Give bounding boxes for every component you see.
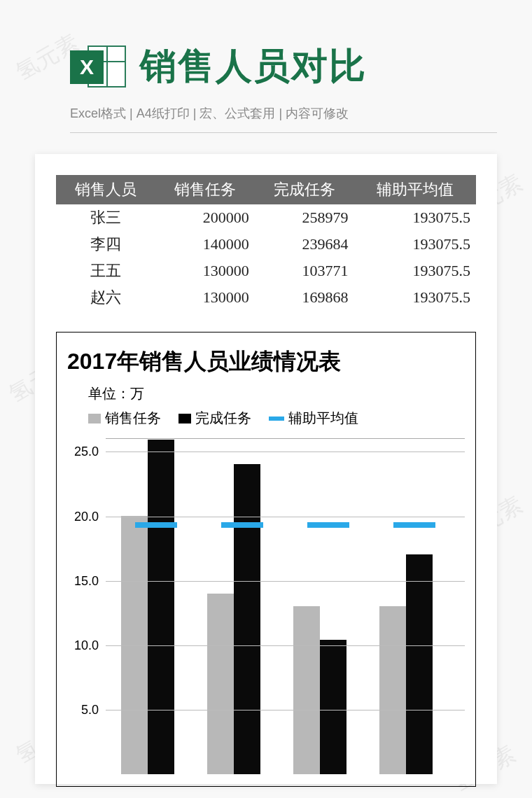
header: X 销售人员对比 xyxy=(0,0,532,105)
cell-name: 赵六 xyxy=(56,284,155,311)
cell-task: 130000 xyxy=(155,284,255,311)
data-table: 销售人员 销售任务 完成任务 辅助平均值 张三 200000 258979 19… xyxy=(56,175,476,311)
avg-marker xyxy=(307,522,349,528)
legend-item: 辅助平均值 xyxy=(269,409,358,428)
avg-marker xyxy=(393,522,435,528)
y-tick-label: 15.0 xyxy=(74,573,99,588)
document-preview: 销售人员 销售任务 完成任务 辅助平均值 张三 200000 258979 19… xyxy=(35,154,497,784)
table-row: 张三 200000 258979 193075.5 xyxy=(56,204,476,231)
bar-sales-task xyxy=(207,594,234,774)
bar-group xyxy=(293,606,363,774)
cell-done: 169868 xyxy=(255,284,354,311)
avg-marker xyxy=(221,522,263,528)
cell-name: 王五 xyxy=(56,258,155,284)
avg-marker xyxy=(135,522,177,528)
cell-task: 140000 xyxy=(155,231,255,258)
gridline xyxy=(106,581,465,582)
subtitle: Excel格式 | A4纸打印 | 宏、公式套用 | 内容可修改 xyxy=(0,105,532,132)
cell-avg: 193075.5 xyxy=(354,284,476,311)
bars-area xyxy=(106,439,465,774)
cell-avg: 193075.5 xyxy=(354,231,476,258)
bar-completed xyxy=(320,640,346,774)
y-tick-label: 10.0 xyxy=(74,638,99,652)
col-header: 销售人员 xyxy=(56,175,155,204)
divider xyxy=(70,132,497,133)
bar-completed xyxy=(406,554,433,774)
bar-group xyxy=(379,554,449,774)
cell-done: 239684 xyxy=(255,231,354,258)
cell-done: 258979 xyxy=(255,204,354,231)
table-row: 赵六 130000 169868 193075.5 xyxy=(56,284,476,311)
y-tick-label: 20.0 xyxy=(74,509,99,524)
y-axis: 5.010.015.020.025.0 xyxy=(67,439,102,774)
y-tick-label: 25.0 xyxy=(74,444,99,459)
y-tick-label: 5.0 xyxy=(81,702,99,717)
plot-area: 5.010.015.020.025.0 xyxy=(106,438,465,774)
legend-label: 辅助平均值 xyxy=(288,409,358,428)
bar-sales-task xyxy=(293,606,320,774)
cell-task: 130000 xyxy=(155,258,255,284)
bar-completed xyxy=(234,464,260,774)
bar-completed xyxy=(148,440,174,774)
col-header: 完成任务 xyxy=(255,175,354,204)
chart: 2017年销售人员业绩情况表 单位：万 销售任务 完成任务 辅助平均值 5.01… xyxy=(56,332,476,787)
cell-avg: 193075.5 xyxy=(354,258,476,284)
bar-sales-task xyxy=(379,606,406,774)
table-row: 李四 140000 239684 193075.5 xyxy=(56,231,476,258)
gridline xyxy=(106,451,465,452)
gridline xyxy=(106,710,465,710)
bar-group xyxy=(207,464,277,774)
cell-name: 李四 xyxy=(56,231,155,258)
chart-legend: 销售任务 完成任务 辅助平均值 xyxy=(88,409,465,428)
table-header-row: 销售人员 销售任务 完成任务 辅助平均值 xyxy=(56,175,476,204)
legend-line-icon xyxy=(269,416,284,421)
col-header: 销售任务 xyxy=(155,175,255,204)
gridline xyxy=(106,517,465,517)
gridline xyxy=(106,645,465,646)
legend-label: 完成任务 xyxy=(195,409,251,428)
cell-name: 张三 xyxy=(56,204,155,231)
col-header: 辅助平均值 xyxy=(354,175,476,204)
legend-item: 完成任务 xyxy=(178,409,251,428)
legend-swatch-icon xyxy=(88,414,101,424)
bar-group xyxy=(121,440,191,774)
cell-avg: 193075.5 xyxy=(354,204,476,231)
table-row: 王五 130000 103771 193075.5 xyxy=(56,258,476,284)
page-title: 销售人员对比 xyxy=(140,42,367,91)
chart-title: 2017年销售人员业绩情况表 xyxy=(67,346,465,377)
legend-label: 销售任务 xyxy=(105,409,161,428)
legend-item: 销售任务 xyxy=(88,409,161,428)
cell-task: 200000 xyxy=(155,204,255,231)
cell-done: 103771 xyxy=(255,258,354,284)
legend-swatch-icon xyxy=(178,414,191,424)
excel-icon: X xyxy=(70,42,126,91)
chart-unit: 单位：万 xyxy=(88,384,465,403)
